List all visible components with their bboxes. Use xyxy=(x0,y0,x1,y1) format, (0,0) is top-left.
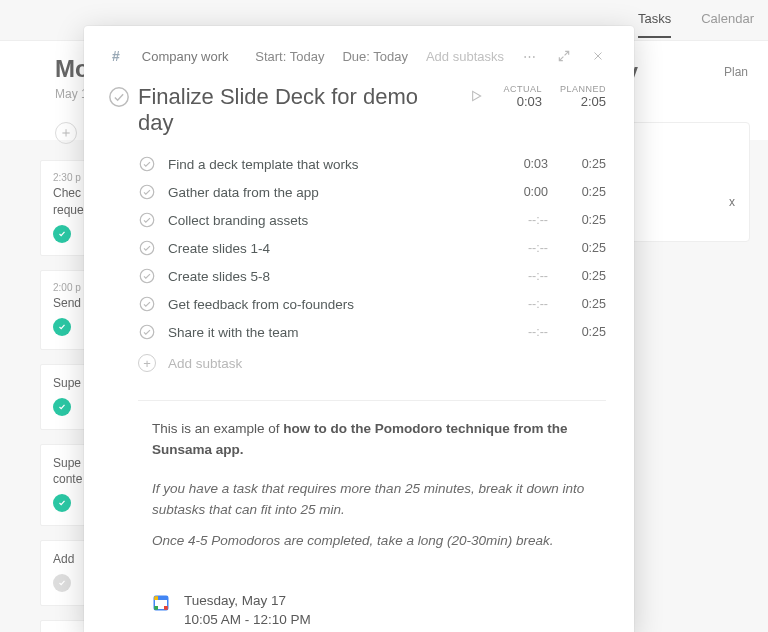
check-chip-icon xyxy=(53,318,71,336)
add-subtask-label: Add subtask xyxy=(168,356,242,371)
due-date[interactable]: Due: Today xyxy=(342,49,408,64)
actual-label: ACTUAL xyxy=(496,84,542,94)
task-complete-toggle[interactable] xyxy=(108,86,130,108)
more-icon[interactable]: ⋯ xyxy=(522,48,538,64)
start-date[interactable]: Start: Today xyxy=(255,49,324,64)
subtask-check-icon[interactable] xyxy=(138,155,156,173)
subtask-actual[interactable]: 0:03 xyxy=(502,157,548,171)
svg-point-1 xyxy=(140,157,154,171)
gcal-icon xyxy=(152,594,170,612)
tab-tasks[interactable]: Tasks xyxy=(638,0,671,38)
subtask-check-icon[interactable] xyxy=(138,239,156,257)
subtask-name: Create slides 1-4 xyxy=(168,241,490,256)
svg-point-5 xyxy=(140,269,154,283)
add-task-button[interactable]: ＋ xyxy=(55,122,77,144)
add-subtask-button[interactable]: + Add subtask xyxy=(138,346,606,380)
project-name[interactable]: Company work xyxy=(142,49,229,64)
subtask-list: Find a deck template that works0:030:25G… xyxy=(138,150,606,346)
planned-total: 2:05 xyxy=(560,94,606,109)
subtask-check-icon[interactable] xyxy=(138,183,156,201)
bg-right-card: x xyxy=(630,122,750,242)
task-title[interactable]: Finalize Slide Deck for demo day xyxy=(138,84,458,136)
check-chip-icon xyxy=(53,494,71,512)
svg-point-3 xyxy=(140,213,154,227)
subtask-row[interactable]: Create slides 1-4--:--0:25 xyxy=(138,234,606,262)
divider xyxy=(138,400,606,401)
subtask-row[interactable]: Find a deck template that works0:030:25 xyxy=(138,150,606,178)
subtask-planned[interactable]: 0:25 xyxy=(560,185,606,199)
subtask-actual[interactable]: --:-- xyxy=(502,269,548,283)
check-chip-icon xyxy=(53,225,71,243)
subtask-actual[interactable]: --:-- xyxy=(502,325,548,339)
bg-tabs: Tasks Calendar xyxy=(638,0,768,38)
subtask-planned[interactable]: 0:25 xyxy=(560,297,606,311)
check-chip-icon xyxy=(53,574,71,592)
subtask-name: Find a deck template that works xyxy=(168,157,490,172)
play-icon[interactable] xyxy=(468,88,486,106)
subtask-actual[interactable]: --:-- xyxy=(502,241,548,255)
subtask-row[interactable]: Share it with the team--:--0:25 xyxy=(138,318,606,346)
subtask-row[interactable]: Collect branding assets--:--0:25 xyxy=(138,206,606,234)
subtask-check-icon[interactable] xyxy=(138,211,156,229)
svg-rect-11 xyxy=(154,606,158,610)
note-italic-2: Once 4-5 Pomodoros are completed, take a… xyxy=(152,531,606,552)
subtask-row[interactable]: Get feedback from co-founders--:--0:25 xyxy=(138,290,606,318)
svg-point-4 xyxy=(140,241,154,255)
plus-icon: + xyxy=(138,354,156,372)
note-pre: This is an example of xyxy=(152,421,283,436)
subtask-name: Create slides 5-8 xyxy=(168,269,490,284)
bg-right-x: x xyxy=(729,195,735,209)
subtask-planned[interactable]: 0:25 xyxy=(560,157,606,171)
subtask-actual[interactable]: --:-- xyxy=(502,297,548,311)
subtask-actual[interactable]: --:-- xyxy=(502,213,548,227)
subtask-planned[interactable]: 0:25 xyxy=(560,241,606,255)
note-italic-1: If you have a task that requires more th… xyxy=(152,479,606,521)
schedule-date: Tuesday, May 17 xyxy=(184,592,311,611)
subtask-planned[interactable]: 0:25 xyxy=(560,213,606,227)
svg-rect-12 xyxy=(154,596,158,600)
subtask-name: Share it with the team xyxy=(168,325,490,340)
planned-label: PLANNED xyxy=(560,84,606,94)
subtask-check-icon[interactable] xyxy=(138,267,156,285)
task-notes[interactable]: This is an example of how to do the Pomo… xyxy=(138,419,606,552)
subtask-name: Collect branding assets xyxy=(168,213,490,228)
svg-point-2 xyxy=(140,185,154,199)
plan-button[interactable]: Plan xyxy=(724,65,748,79)
subtask-name: Get feedback from co-founders xyxy=(168,297,490,312)
schedule-block[interactable]: Tuesday, May 17 10:05 AM - 12:10 PM 2 ho… xyxy=(138,592,606,632)
subtask-row[interactable]: Gather data from the app0:000:25 xyxy=(138,178,606,206)
schedule-time: 10:05 AM - 12:10 PM xyxy=(184,611,311,630)
tab-calendar[interactable]: Calendar xyxy=(701,0,754,38)
svg-rect-10 xyxy=(164,606,168,610)
subtask-check-icon[interactable] xyxy=(138,295,156,313)
subtask-planned[interactable]: 0:25 xyxy=(560,269,606,283)
svg-point-0 xyxy=(110,88,128,106)
subtask-actual[interactable]: 0:00 xyxy=(502,185,548,199)
hash-icon: # xyxy=(112,48,120,64)
subtask-check-icon[interactable] xyxy=(138,323,156,341)
task-modal: # Company work Start: Today Due: Today A… xyxy=(84,26,634,632)
modal-header: # Company work Start: Today Due: Today A… xyxy=(84,26,634,74)
check-chip-icon xyxy=(53,398,71,416)
svg-point-7 xyxy=(140,325,154,339)
add-subtasks-hint[interactable]: Add subtasks xyxy=(426,49,504,64)
subtask-planned[interactable]: 0:25 xyxy=(560,325,606,339)
actual-total: 0:03 xyxy=(496,94,542,109)
svg-point-6 xyxy=(140,297,154,311)
expand-icon[interactable] xyxy=(556,48,572,64)
subtask-row[interactable]: Create slides 5-8--:--0:25 xyxy=(138,262,606,290)
subtask-name: Gather data from the app xyxy=(168,185,490,200)
close-icon[interactable] xyxy=(590,48,606,64)
